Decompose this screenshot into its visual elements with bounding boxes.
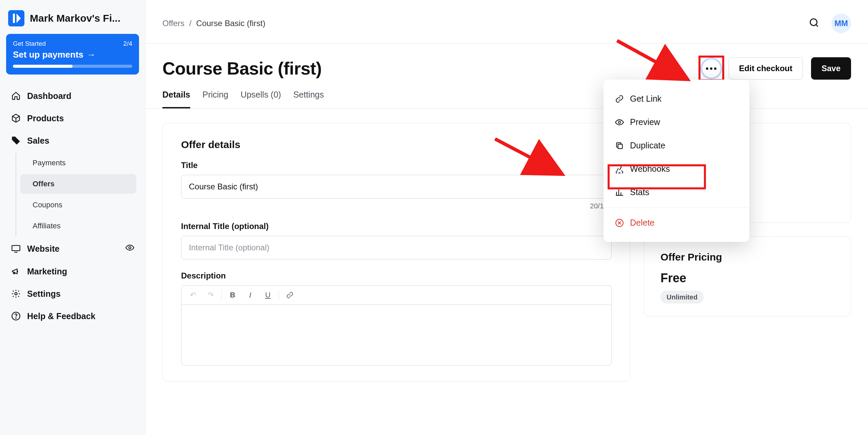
svg-point-0: [13, 138, 15, 139]
edit-checkout-button[interactable]: Edit checkout: [729, 57, 803, 80]
menu-item-label: Duplicate: [630, 141, 665, 150]
tab-upsells[interactable]: Upsells (0): [240, 90, 281, 108]
title-input[interactable]: [181, 175, 612, 199]
sidebar-item-website[interactable]: Website: [6, 237, 139, 260]
help-icon: [11, 311, 21, 321]
menu-item-webhooks[interactable]: Webhooks: [604, 157, 749, 181]
tab-details[interactable]: Details: [162, 90, 190, 108]
rte-undo-icon[interactable]: ↶: [185, 288, 201, 302]
svg-rect-8: [618, 144, 623, 148]
section-title: Offer details: [181, 139, 612, 150]
home-icon: [11, 91, 21, 101]
breadcrumb: Offers / Course Basic (first): [162, 19, 265, 28]
sidebar-item-label: Settings: [27, 289, 61, 299]
pricing-section-title: Offer Pricing: [660, 251, 834, 263]
pricing-value: Free: [660, 271, 834, 285]
box-icon: [11, 113, 21, 123]
title-label: Title: [181, 161, 612, 170]
menu-item-get-link[interactable]: Get Link: [604, 87, 749, 110]
tabs: Details Pricing Upsells (0) Settings: [145, 80, 868, 109]
main: Offers / Course Basic (first) MM Course …: [145, 0, 868, 435]
megaphone-icon: [11, 266, 21, 276]
title-counter: 20/100: [181, 202, 612, 210]
sidebar-item-dashboard[interactable]: Dashboard: [6, 85, 139, 107]
sidebar-item-label: Website: [27, 244, 59, 254]
sidebar-item-settings[interactable]: Settings: [6, 283, 139, 305]
sidebar-sub-coupons[interactable]: Coupons: [20, 195, 136, 215]
internal-title-label: Internal Title (optional): [181, 222, 612, 231]
menu-item-duplicate[interactable]: Duplicate: [604, 134, 749, 157]
get-started-progress-bar: [13, 65, 132, 68]
sidebar-item-label: Help & Feedback: [27, 311, 95, 321]
sidebar-item-label: Products: [27, 113, 64, 123]
brand-logo-icon: [8, 10, 24, 26]
more-actions-button[interactable]: [702, 59, 721, 78]
get-started-cta: Set up payments: [13, 49, 83, 60]
description-input[interactable]: [181, 305, 612, 366]
svg-point-7: [618, 121, 621, 123]
avatar[interactable]: MM: [831, 14, 851, 33]
svg-rect-1: [12, 246, 20, 251]
svg-point-5: [16, 318, 16, 318]
sidebar-sub-offers[interactable]: Offers: [20, 174, 136, 194]
rte-bold-icon[interactable]: B: [224, 288, 241, 302]
rte-italic-icon[interactable]: I: [242, 288, 258, 302]
get-started-card[interactable]: Get Started 2/4 Set up payments →: [6, 34, 139, 75]
rte-redo-icon[interactable]: ↷: [202, 288, 219, 302]
sidebar-sub-affiliates[interactable]: Affiliates: [20, 216, 136, 236]
sidebar-item-help[interactable]: Help & Feedback: [6, 305, 139, 327]
rte-underline-icon[interactable]: U: [260, 288, 276, 302]
menu-item-label: Get Link: [630, 94, 662, 104]
internal-title-input[interactable]: [181, 236, 612, 260]
tab-pricing[interactable]: Pricing: [202, 90, 228, 108]
menu-item-delete[interactable]: Delete: [604, 211, 749, 234]
get-started-label: Get Started: [13, 40, 46, 47]
arrow-right-icon: →: [87, 49, 96, 60]
get-started-progress: 2/4: [123, 40, 132, 47]
sidebar-item-label: Dashboard: [27, 91, 72, 101]
topbar: Offers / Course Basic (first) MM: [145, 0, 868, 44]
sidebar-subnav: Payments Offers Coupons Affiliates: [16, 153, 139, 236]
ellipsis-icon: [706, 67, 716, 70]
description-label: Description: [181, 271, 612, 281]
offer-details-card: Offer details Title 20/100 Internal Titl…: [162, 123, 630, 381]
gear-icon: [11, 289, 21, 299]
tag-icon: [11, 136, 21, 146]
sidebar-item-marketing[interactable]: Marketing: [6, 260, 139, 283]
eye-icon[interactable]: [125, 243, 134, 254]
rte-link-icon[interactable]: [282, 288, 298, 302]
pricing-unlimited-pill: Unlimited: [660, 291, 704, 304]
sidebar: Mark Markov's Fi... Get Started 2/4 Set …: [0, 0, 145, 435]
monitor-icon: [11, 244, 21, 254]
more-actions-menu: Get Link Preview Duplicate Webhooks: [604, 80, 749, 242]
breadcrumb-root[interactable]: Offers: [162, 19, 184, 28]
breadcrumb-current: Course Basic (first): [196, 19, 265, 28]
menu-item-label: Preview: [630, 117, 660, 127]
search-button[interactable]: [808, 17, 820, 30]
sidebar-item-products[interactable]: Products: [6, 107, 139, 129]
menu-item-preview[interactable]: Preview: [604, 110, 749, 134]
sidebar-sub-payments[interactable]: Payments: [20, 153, 136, 173]
tab-settings[interactable]: Settings: [293, 90, 324, 108]
menu-item-label: Webhooks: [630, 164, 670, 174]
menu-separator: [604, 207, 749, 208]
sidebar-item-sales[interactable]: Sales: [6, 129, 139, 152]
svg-point-2: [129, 247, 131, 249]
page-actions: Edit checkout Save Get Link Preview Dupl…: [702, 57, 851, 80]
rte-toolbar: ↶ ↷ B I U: [181, 285, 612, 305]
pricing-card: Offer Pricing Free Unlimited: [644, 236, 851, 316]
sidebar-item-label: Marketing: [27, 267, 67, 276]
brand[interactable]: Mark Markov's Fi...: [6, 10, 139, 34]
sidebar-item-label: Sales: [27, 136, 49, 146]
save-button[interactable]: Save: [811, 57, 851, 80]
menu-item-stats[interactable]: Stats: [604, 181, 749, 204]
brand-title: Mark Markov's Fi...: [30, 13, 137, 24]
page-title: Course Basic (first): [162, 58, 322, 79]
breadcrumb-sep: /: [189, 19, 192, 28]
menu-item-label: Delete: [630, 218, 654, 228]
svg-point-3: [15, 293, 17, 295]
svg-point-6: [810, 19, 817, 26]
menu-item-label: Stats: [630, 187, 649, 197]
